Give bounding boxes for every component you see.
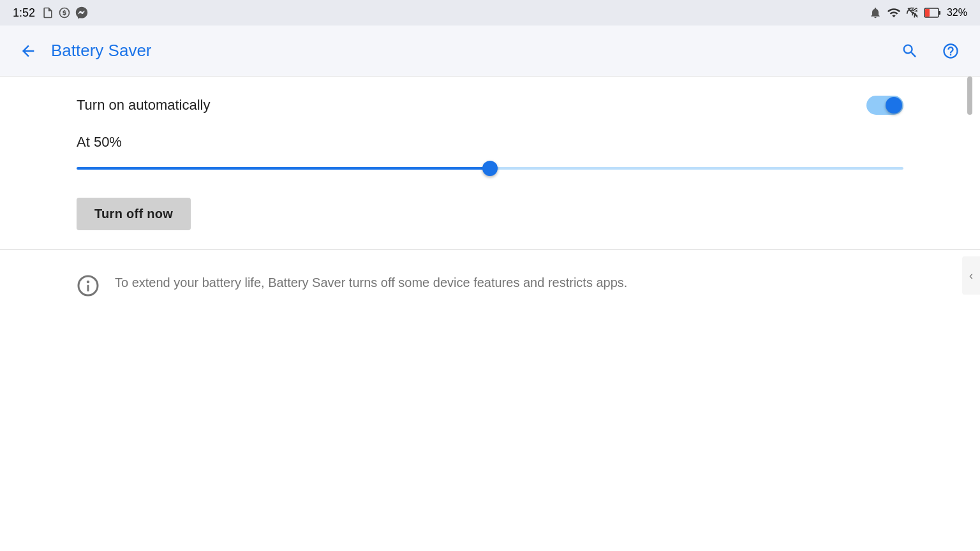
- info-text: To extend your battery life, Battery Sav…: [115, 273, 627, 292]
- status-time: 1:52: [13, 6, 35, 20]
- info-icon: [77, 274, 100, 297]
- status-icons: [41, 6, 89, 20]
- at-percent-label: At 50%: [77, 134, 903, 151]
- help-button[interactable]: [937, 37, 965, 65]
- app-bar-actions: [896, 37, 965, 65]
- status-right: 32%: [869, 6, 967, 20]
- settings-section: Turn on automatically At 50% Turn off no…: [0, 77, 980, 250]
- messenger-icon: [75, 6, 89, 20]
- battery-threshold-slider-container: [77, 162, 903, 175]
- chevron-left-icon: ‹: [969, 269, 973, 283]
- battery-icon: [924, 7, 942, 18]
- status-left: 1:52: [13, 6, 89, 20]
- signal-icon: [906, 6, 919, 19]
- back-button[interactable]: [15, 38, 41, 64]
- search-icon: [901, 42, 919, 60]
- side-nav-arrow[interactable]: ‹: [962, 256, 980, 295]
- svg-rect-2: [925, 9, 930, 17]
- app-bar: Battery Saver: [0, 26, 980, 77]
- search-button[interactable]: [896, 37, 924, 65]
- alarm-icon: [869, 6, 882, 19]
- svg-rect-1: [939, 11, 940, 15]
- info-section: To extend your battery life, Battery Sav…: [0, 250, 980, 320]
- status-bar: 1:52: [0, 0, 980, 26]
- wifi-icon: [887, 6, 901, 20]
- auto-turn-on-toggle[interactable]: [866, 96, 903, 115]
- auto-turn-on-row: Turn on automatically: [77, 96, 903, 115]
- page-title: Battery Saver: [51, 41, 896, 61]
- scrollbar[interactable]: [967, 77, 972, 115]
- help-icon: [942, 42, 960, 60]
- turn-off-now-button[interactable]: Turn off now: [77, 198, 191, 230]
- battery-threshold-slider[interactable]: [77, 167, 903, 170]
- hat-icon: [58, 6, 71, 19]
- document-icon: [41, 6, 54, 19]
- toggle-thumb: [886, 97, 902, 114]
- auto-turn-on-label: Turn on automatically: [77, 97, 211, 114]
- battery-percentage: 32%: [947, 7, 967, 18]
